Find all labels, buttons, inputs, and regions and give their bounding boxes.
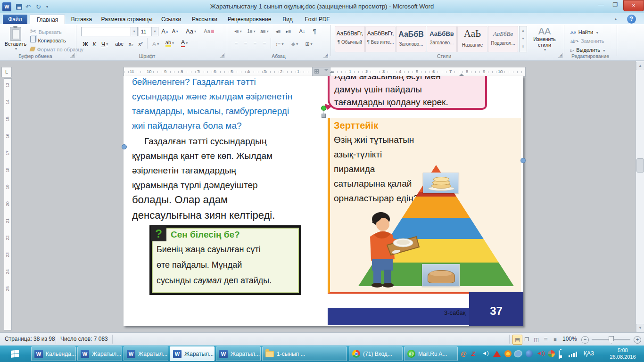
tray-ccleaner-icon[interactable] <box>548 350 555 357</box>
highlight-button[interactable]: ab▾ <box>163 38 176 48</box>
web-layout-view-button[interactable]: ◫ <box>531 335 541 345</box>
style-heading2[interactable]: АаБбВвЗаголово... <box>427 26 457 52</box>
tab-view[interactable]: Вид <box>277 15 298 24</box>
tray-zona-icon[interactable]: Z <box>471 350 475 357</box>
superscript-button[interactable]: x² <box>136 39 145 49</box>
style-heading1[interactable]: АаБбВЗаголово... <box>396 26 426 52</box>
restore-button[interactable]: ❐ <box>609 0 621 9</box>
numbering-button[interactable]: 1≡▾ <box>245 26 257 36</box>
document-page[interactable]: бейнеленген? Газдалған тәтті сусындарды … <box>124 76 523 326</box>
scroll-down-button[interactable]: ▼ <box>636 324 644 332</box>
zoom-level[interactable]: 100% <box>562 336 577 342</box>
align-left-button[interactable]: ≡ <box>232 39 240 49</box>
style-no-spacing[interactable]: АаБбВвГг,¶ Без инте... <box>365 26 396 52</box>
scroll-up-button[interactable]: ▲ <box>636 62 644 70</box>
tray-updater-icon[interactable] <box>504 350 512 357</box>
outline-view-button[interactable]: ≣ <box>541 335 551 345</box>
tab-file[interactable]: Файл <box>3 15 27 24</box>
subscript-button[interactable]: x₂ <box>126 39 136 49</box>
zoom-out-button[interactable]: − <box>581 336 589 344</box>
scrollbar-thumb[interactable] <box>636 158 644 173</box>
font-name-combo[interactable]: ▾ <box>81 27 138 36</box>
increase-indent-button[interactable]: ▸≡ <box>284 26 293 36</box>
tab-references[interactable]: Ссылки <box>157 15 186 24</box>
change-case-button[interactable]: Аа▾ <box>185 26 197 36</box>
tray-warning-icon[interactable] <box>493 351 501 357</box>
object-rotate-handle[interactable] <box>321 106 326 111</box>
font-dialog-launcher[interactable]: ◢ <box>220 53 224 58</box>
change-styles-button[interactable]: АА Изменить стили ▾ <box>529 26 560 53</box>
taskbar-app-word3[interactable]: WЖаратыл... <box>124 346 168 361</box>
tray-mailru-icon[interactable]: @ <box>461 350 467 357</box>
tray-battery-icon[interactable] <box>559 350 560 359</box>
language-indicator[interactable]: ҚАЗ <box>584 350 594 357</box>
tab-insert[interactable]: Вставка <box>66 15 97 24</box>
align-center-button[interactable]: ≡ <box>241 39 250 49</box>
clock[interactable]: 5:08 26.08.2016 <box>603 347 642 360</box>
grow-font-button[interactable]: А▲ <box>160 26 170 36</box>
tray-network-icon[interactable] <box>569 352 577 357</box>
bold-button[interactable]: Ж <box>81 39 90 49</box>
word-count-status[interactable]: Число слов: 7 083 <box>60 336 108 342</box>
styles-gallery-scroll[interactable]: ▲▼⇓ <box>519 26 527 52</box>
horizontal-ruler[interactable]: 11 10 9 8 7 6 5 4 3 2 1 1 2 3 4 5 6 7 8 <box>124 67 526 77</box>
align-right-button[interactable]: ≡ <box>251 39 259 49</box>
strikethrough-button[interactable]: abc <box>113 39 125 49</box>
draft-view-button[interactable]: ≡ <box>550 335 560 345</box>
bullets-button[interactable]: •≡▾ <box>232 26 244 36</box>
taskbar-app-folder[interactable]: 1-сынып ... <box>262 346 347 361</box>
tray-assistant-icon[interactable] <box>526 350 533 357</box>
cut-button[interactable]: ✂ Вырезать <box>30 27 62 36</box>
sort-button[interactable]: А↓ <box>297 26 307 36</box>
object-side-handle[interactable] <box>122 144 127 149</box>
styles-dialog-launcher[interactable]: ◢ <box>558 53 562 58</box>
decrease-indent-button[interactable]: ◂≡ <box>273 26 283 36</box>
reading-view-button[interactable]: ❐ <box>522 335 532 345</box>
minimize-button[interactable]: — <box>595 0 607 9</box>
taskbar-app-word4-active[interactable]: WЖаратыл... <box>170 346 215 361</box>
taskbar-app-mailru[interactable]: @ Mail.Ru A... <box>404 346 458 361</box>
style-normal[interactable]: АаБбВвГг,¶ Обычный <box>335 26 365 52</box>
zoom-in-button[interactable]: + <box>634 336 641 344</box>
paste-button[interactable]: Вставить ▾ <box>4 26 27 53</box>
copy-button[interactable]: Копировать <box>30 36 66 44</box>
tab-home[interactable]: Главная <box>30 15 65 25</box>
tab-foxit-pdf[interactable]: Foxit PDF <box>300 15 335 24</box>
zoom-slider-thumb[interactable] <box>609 336 614 344</box>
tab-mailings[interactable]: Рассылки <box>187 15 222 24</box>
shading-button[interactable]: ◆▾ <box>289 39 301 49</box>
object-resize-handle[interactable] <box>322 114 326 118</box>
select-button[interactable]: ▻ Выделить ▾ <box>570 45 605 54</box>
vertical-scrollbar[interactable] <box>636 61 644 332</box>
multilevel-list-button[interactable]: a≡▾ <box>258 26 271 36</box>
paragraph-dialog-launcher[interactable]: ◢ <box>323 53 328 58</box>
object-side-handle[interactable] <box>520 158 526 163</box>
justify-button[interactable]: ≡ <box>260 39 269 49</box>
print-layout-view-button[interactable]: ▤ <box>512 335 522 345</box>
start-button[interactable] <box>0 346 29 362</box>
clear-formatting-button[interactable]: Аа <box>203 26 215 36</box>
italic-button[interactable]: К <box>91 39 98 49</box>
tray-volume-icon[interactable]: ◄) <box>482 350 489 356</box>
tab-page-layout[interactable]: Разметка страницы <box>99 15 155 24</box>
help-icon[interactable]: ? <box>627 15 636 24</box>
close-button[interactable]: × <box>623 0 644 11</box>
replace-button[interactable]: ab↷ Заменить <box>570 36 604 45</box>
shrink-font-button[interactable]: А▼ <box>171 26 180 36</box>
taskbar-app-chrome[interactable]: (71) Вход... <box>349 346 403 361</box>
tab-selector[interactable]: L <box>1 67 12 77</box>
font-size-combo[interactable]: 11▾ <box>139 27 158 36</box>
vertical-ruler[interactable]: 13 14 15 16 17 18 19 20 21 22 23 24 25 <box>4 78 12 330</box>
first-line-indent-icon[interactable] <box>330 68 334 73</box>
page-count-status[interactable]: Страница: 38 из 98 <box>5 336 55 342</box>
underline-button[interactable]: Ч▾ <box>99 39 110 49</box>
taskbar-app-word1[interactable]: WКальенда... <box>31 346 76 361</box>
clipboard-dialog-launcher[interactable]: ◢ <box>70 53 74 58</box>
tab-review[interactable]: Рецензирование <box>223 15 276 24</box>
borders-button[interactable]: ⊞▾ <box>303 39 315 49</box>
style-title[interactable]: АаЬНазвание <box>457 26 487 52</box>
find-button[interactable]: ⌕⌕ Найти ▾ <box>570 27 598 36</box>
hanging-indent-icon[interactable] <box>459 71 464 76</box>
tray-saturn-icon[interactable] <box>514 350 522 357</box>
tray-sound-icon[interactable]: ◄)) <box>537 350 545 356</box>
